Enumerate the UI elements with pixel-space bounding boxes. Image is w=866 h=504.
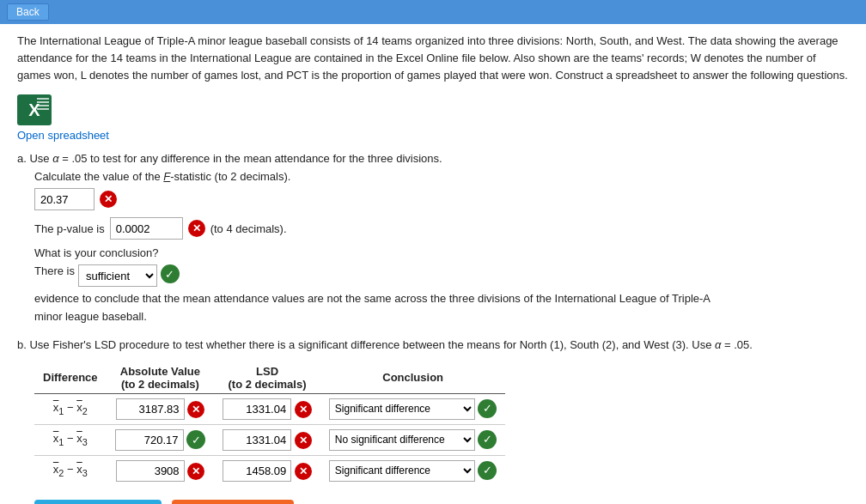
abs-value-cell-3: ✕ [107, 455, 215, 486]
reset-problem-button[interactable]: Reset Problem [172, 500, 294, 504]
lsd-error-icon-1: ✕ [295, 401, 312, 418]
conclusion-row: There is sufficient insufficient ✓ evide… [34, 264, 849, 326]
part-a-block: a. Use α = .05 to test for any differenc… [17, 152, 849, 326]
f-statistic-error-icon: ✕ [100, 191, 117, 208]
pvalue-input[interactable] [110, 217, 183, 240]
abs-error-icon-1: ✕ [187, 401, 204, 418]
conclusion-check-icon: ✓ [161, 264, 180, 283]
abs-value-cell-1: ✕ [107, 393, 215, 424]
pvalue-label: The p-value is [34, 222, 105, 235]
conclusion-check-icon-3: ✓ [478, 461, 497, 480]
abs-value-input-2[interactable] [115, 429, 184, 451]
bottom-buttons: Check My Work Reset Problem [17, 500, 849, 504]
part-b-letter: b. [17, 338, 27, 351]
col-header-abs-value: Absolute Value(to 2 decimals) [107, 362, 215, 394]
back-button[interactable]: Back [7, 3, 49, 21]
diff-label-1: x1 − x2 [34, 393, 107, 424]
lsd-input-1[interactable] [223, 398, 291, 420]
diff-label-2: x1 − x3 [34, 424, 107, 455]
lsd-cell-3: ✕ [214, 455, 320, 486]
col-header-difference: Difference [34, 362, 107, 394]
excel-icon-row: X [17, 94, 849, 125]
abs-value-cell-2: ✓ [107, 424, 215, 455]
conclusion-cell-2: No significant difference Significant di… [320, 424, 506, 455]
conclusion-dropdown-1[interactable]: Significant difference No significant di… [329, 398, 475, 420]
conclusion-check-icon-1: ✓ [478, 399, 497, 418]
abs-error-icon-3: ✕ [187, 463, 204, 480]
part-a-sub-q1: Calculate the value of the F-statistic (… [34, 170, 849, 183]
part-b-question: Use Fisher's LSD procedure to test wheth… [29, 338, 752, 351]
lsd-input-3[interactable] [223, 460, 291, 482]
lsd-error-icon-3: ✕ [295, 463, 312, 480]
table-row: x1 − x2 ✕ ✕ Significant difference No si… [34, 393, 505, 424]
f-statistic-input[interactable] [34, 188, 95, 210]
part-b-block: b. Use Fisher's LSD procedure to test wh… [17, 337, 849, 354]
lsd-input-2[interactable] [223, 429, 291, 451]
conclusion-prefix: There is [34, 264, 75, 277]
f-statistic-row: ✕ [34, 188, 849, 210]
conclusion-check-icon-2: ✓ [478, 430, 497, 449]
pvalue-suffix: (to 4 decimals). [210, 222, 287, 235]
part-a-letter: a. [17, 152, 27, 165]
lsd-error-icon-2: ✕ [295, 432, 312, 449]
diff-label-3: x2 − x3 [34, 455, 107, 486]
sufficient-dropdown[interactable]: sufficient insufficient [78, 264, 157, 287]
check-my-work-button[interactable]: Check My Work [34, 500, 162, 504]
part-a-question: Use α = .05 to test for any difference i… [29, 152, 442, 165]
abs-value-input-3[interactable] [116, 460, 185, 482]
lsd-table-section: Difference Absolute Value(to 2 decimals)… [34, 362, 849, 486]
abs-value-input-1[interactable] [116, 398, 185, 420]
pvalue-error-icon: ✕ [188, 220, 205, 237]
lsd-cell-1: ✕ [214, 393, 320, 424]
excel-icon: X [17, 94, 52, 125]
conclusion-cell-3: Significant difference No significant di… [320, 455, 506, 486]
table-row: x1 − x3 ✓ ✕ No significant difference Si… [34, 424, 505, 455]
lsd-cell-2: ✕ [214, 424, 320, 455]
abs-check-icon-2: ✓ [186, 430, 205, 449]
col-header-lsd: LSD(to 2 decimals) [214, 362, 320, 394]
col-header-conclusion: Conclusion [320, 362, 506, 394]
excel-line-decoration [37, 98, 49, 110]
conclusion-prompt: What is your conclusion? [34, 246, 849, 259]
conclusion-full: There is sufficient insufficient ✓ evide… [34, 264, 849, 326]
conclusion-suffix: evidence to conclude that the mean atten… [34, 290, 739, 326]
conclusion-dropdown-3[interactable]: Significant difference No significant di… [329, 460, 475, 482]
pvalue-row: The p-value is ✕ (to 4 decimals). [34, 217, 849, 240]
open-spreadsheet-link[interactable]: Open spreadsheet [17, 129, 849, 142]
lsd-table: Difference Absolute Value(to 2 decimals)… [34, 362, 505, 486]
part-a-label: a. Use α = .05 to test for any differenc… [17, 152, 849, 165]
conclusion-cell-1: Significant difference No significant di… [320, 393, 506, 424]
conclusion-dropdown-2[interactable]: No significant difference Significant di… [329, 429, 475, 451]
table-row: x2 − x3 ✕ ✕ Significant difference No si… [34, 455, 505, 486]
intro-paragraph: The International League of Triple-A min… [17, 33, 849, 84]
